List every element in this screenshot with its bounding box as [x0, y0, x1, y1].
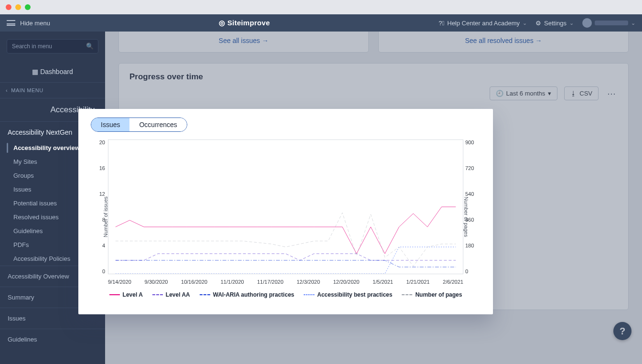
y-left-label: Number of issues — [103, 196, 108, 237]
x-ticks: 9/14/20209/30/202010/16/202011/1/202011/… — [108, 279, 463, 285]
gear-icon: ⚙ — [535, 20, 541, 27]
chart-plot[interactable] — [108, 139, 463, 274]
progress-chart-popup: Issues Occurrences 20 16 12 8 4 0 900 72… — [78, 109, 493, 314]
dashboard-link[interactable]: ▦ Dashboard — [0, 61, 105, 82]
tab-issues[interactable]: Issues — [91, 118, 129, 131]
chevron-down-icon: ⌄ — [523, 20, 527, 26]
user-menu[interactable]: ⌄ — [582, 18, 635, 28]
y-right-label: Number of pages — [463, 197, 469, 237]
chart-legend: Level A Level AA WAI-ARIA authoring prac… — [89, 291, 482, 298]
main-menu-back[interactable]: ‹ MAIN MENU — [0, 82, 105, 98]
sidebar-item-guidelines-2[interactable]: Guidelines — [0, 329, 105, 350]
help-icon: ?⃝ — [439, 20, 444, 27]
chevron-down-icon: ⌄ — [631, 20, 635, 26]
tab-occurrences[interactable]: Occurrences — [129, 118, 186, 131]
window-titlebar — [0, 0, 642, 14]
search-input[interactable] — [7, 39, 98, 54]
app-topbar: Hide menu ◎ Siteimprove ?⃝ Help Center a… — [0, 14, 642, 32]
avatar-icon — [582, 18, 592, 28]
maximize-window-dot[interactable] — [25, 4, 31, 10]
search-icon: 🔍 — [86, 43, 94, 50]
help-center-menu[interactable]: ?⃝ Help Center and Academy ⌄ — [439, 20, 527, 27]
hamburger-icon[interactable] — [7, 20, 15, 26]
chart-tabs: Issues Occurrences — [91, 118, 187, 132]
settings-menu[interactable]: ⚙ Settings ⌄ — [535, 20, 574, 27]
username-redacted — [595, 21, 628, 25]
minimize-window-dot[interactable] — [15, 4, 21, 10]
brand-logo-text: ◎ Siteimprove — [219, 19, 270, 27]
hide-menu-toggle[interactable]: Hide menu — [20, 20, 50, 27]
chart-area: 20 16 12 8 4 0 900 720 540 360 180 0 Num… — [89, 136, 482, 298]
chevron-down-icon: ⌄ — [569, 20, 574, 26]
close-window-dot[interactable] — [6, 4, 11, 10]
